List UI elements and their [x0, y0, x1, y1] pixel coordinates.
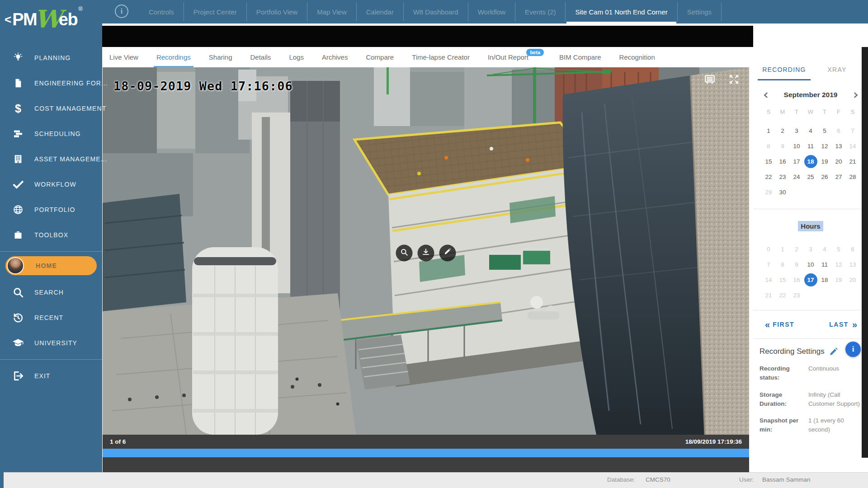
- nav-item-site-cam[interactable]: Site Cam 01 North End Corner: [566, 0, 677, 23]
- status-bar: Database: CMCS70 User: Bassam Samman: [0, 472, 868, 488]
- tab-sharing[interactable]: Sharing: [209, 47, 232, 67]
- calendar-day[interactable]: 20: [832, 154, 846, 169]
- first-button[interactable]: « FIRST: [765, 320, 794, 329]
- logo-text-w: W: [34, 9, 62, 29]
- calendar-day[interactable]: 26: [818, 169, 832, 184]
- calendar-day[interactable]: 27: [832, 169, 846, 184]
- tab-archives[interactable]: Archives: [322, 47, 348, 67]
- edit-button[interactable]: [439, 244, 456, 261]
- camera-tabs: Live View Recordings Sharing Details Log…: [102, 47, 753, 67]
- info-icon[interactable]: i: [115, 5, 128, 18]
- tab-xray[interactable]: XRAY: [811, 66, 863, 80]
- nav-item-project-center[interactable]: Project Center: [184, 0, 246, 23]
- pmweb-logo: < PM W eb ®: [0, 0, 102, 39]
- calendar-grid: 1234567891011121314151617181920212223242…: [753, 123, 868, 200]
- sidebar-divider: [0, 359, 102, 360]
- last-button[interactable]: LAST »: [829, 320, 856, 329]
- calendar-day[interactable]: 2: [776, 123, 790, 138]
- nav-item-calendar[interactable]: Calendar: [357, 0, 403, 23]
- sidebar-item-home[interactable]: HOME: [5, 256, 97, 275]
- chevron-left-icon[interactable]: [760, 89, 771, 100]
- calendar-day[interactable]: 1: [762, 123, 776, 138]
- tab-label: In/Out Report: [488, 53, 528, 61]
- calendar-day: 6: [832, 123, 846, 138]
- calendar-day: 14: [846, 138, 860, 154]
- zoom-button[interactable]: [396, 244, 413, 261]
- sidebar-item-scheduling[interactable]: SCHEDULING: [0, 121, 102, 146]
- sidebar-item-search[interactable]: SEARCH: [0, 280, 102, 305]
- hour-cell[interactable]: 10: [804, 257, 818, 272]
- calendar-day[interactable]: 24: [790, 169, 804, 184]
- sidebar-collapse-icon[interactable]: <: [5, 13, 11, 27]
- frame-timestamp: 18/09/2019 17:19:36: [685, 438, 742, 445]
- hour-cell[interactable]: 11: [818, 257, 832, 272]
- tab-details[interactable]: Details: [250, 47, 271, 67]
- calendar-day[interactable]: 18: [804, 154, 818, 169]
- hour-cell[interactable]: 17: [804, 272, 818, 287]
- weekday-label: T: [818, 104, 832, 119]
- sidebar-item-label: PLANNING: [34, 54, 71, 61]
- calendar-day[interactable]: 23: [776, 169, 790, 184]
- calendar-day[interactable]: 5: [818, 123, 832, 138]
- theater-mode-icon[interactable]: [704, 74, 716, 85]
- calendar-day[interactable]: 15: [762, 154, 776, 169]
- playback-progress-bar[interactable]: [103, 449, 749, 457]
- chevron-right-icon[interactable]: [850, 89, 861, 100]
- database-label: Database:: [607, 476, 635, 483]
- tab-bim-compare[interactable]: BIM Compare: [559, 47, 601, 67]
- edit-settings-icon[interactable]: [829, 347, 838, 356]
- nav-item-events[interactable]: Events (2): [515, 0, 565, 23]
- sidebar-item-exit[interactable]: EXIT: [0, 363, 102, 389]
- tab-recognition[interactable]: Recognition: [619, 47, 655, 67]
- tab-recordings[interactable]: Recordings: [156, 47, 191, 67]
- sidebar-item-recent[interactable]: RECENT: [0, 305, 102, 330]
- nav-item-portfolio-view[interactable]: Portfolio View: [247, 0, 307, 23]
- weekday-label: F: [832, 104, 846, 119]
- hour-cell[interactable]: 18: [818, 272, 832, 287]
- download-button[interactable]: [418, 244, 434, 261]
- nav-item-map-view[interactable]: Map View: [307, 0, 356, 23]
- calendar-day[interactable]: 19: [818, 154, 832, 169]
- calendar-day[interactable]: 16: [776, 154, 790, 169]
- sidebar-item-planning[interactable]: PLANNING: [0, 45, 102, 70]
- calendar-day[interactable]: 30: [776, 184, 790, 200]
- calendar-day[interactable]: 21: [846, 154, 860, 169]
- tab-recording[interactable]: RECORDING: [758, 66, 811, 80]
- tab-live-view[interactable]: Live View: [109, 47, 138, 67]
- beta-badge: beta: [526, 49, 544, 56]
- nav-item-workflow[interactable]: Workflow: [468, 0, 515, 23]
- sidebar-item-university[interactable]: UNIVERSITY: [0, 330, 102, 356]
- sidebar-item-workflow[interactable]: WORKFLOW: [0, 172, 102, 197]
- calendar-day[interactable]: 10: [790, 138, 804, 154]
- calendar-day[interactable]: 3: [790, 123, 804, 138]
- sidebar-item-cost-management[interactable]: $ COST MANAGEMENT: [0, 96, 102, 121]
- calendar-day[interactable]: 17: [790, 154, 804, 169]
- tab-compare[interactable]: Compare: [366, 47, 394, 67]
- calendar-day[interactable]: 22: [762, 169, 776, 184]
- first-label: FIRST: [773, 321, 794, 328]
- nav-item-controls[interactable]: Controls: [139, 0, 184, 23]
- sidebar-item-engineering-forms[interactable]: ENGINEERING FOR...: [0, 70, 102, 96]
- dollar-icon: $: [11, 102, 25, 115]
- scrollbar-track[interactable]: [862, 47, 868, 458]
- sidebar-item-toolbox[interactable]: TOOLBOX: [0, 222, 102, 248]
- sidebar-item-portfolio[interactable]: PORTFOLIO: [0, 197, 102, 222]
- double-chevron-right-icon: »: [852, 320, 856, 329]
- info-button[interactable]: i: [845, 342, 861, 357]
- calendar-day[interactable]: 11: [804, 138, 818, 154]
- sidebar-item-asset-management[interactable]: ASSET MANAGEME...: [0, 146, 102, 172]
- calendar-day[interactable]: 28: [846, 169, 860, 184]
- nav-item-w8-dashboard[interactable]: W8 Dashboard: [404, 0, 468, 23]
- fullscreen-icon[interactable]: [728, 74, 740, 85]
- calendar-day[interactable]: 4: [804, 123, 818, 138]
- setting-row: Snapshot per min: 1 (1 every 60 second): [760, 416, 862, 435]
- nav-item-settings[interactable]: Settings: [678, 0, 721, 23]
- tab-logs[interactable]: Logs: [289, 47, 304, 67]
- tab-time-lapse-creator[interactable]: Time-lapse Creator: [412, 47, 470, 67]
- calendar-day[interactable]: 25: [804, 169, 818, 184]
- calendar-day[interactable]: 12: [818, 138, 832, 154]
- tab-in-out-report[interactable]: In/Out Reportbeta: [488, 47, 528, 67]
- calendar-day[interactable]: 13: [832, 138, 846, 154]
- hour-cell: 3: [804, 241, 818, 257]
- user-label: User:: [739, 476, 754, 483]
